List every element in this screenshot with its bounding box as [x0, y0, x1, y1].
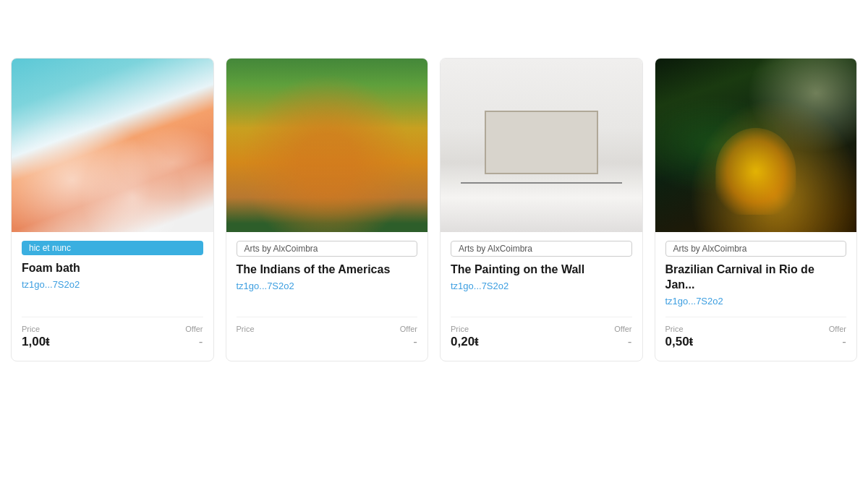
price-col-painting-wall: Price 0,20ŧ [451, 325, 479, 349]
price-label-indians: Price [237, 325, 255, 333]
badge-foam-bath[interactable]: hic et nunc [22, 241, 203, 255]
card-body-painting-wall: Arts by AlxCoimbra The Painting on the W… [441, 232, 642, 361]
card-price-row-painting-wall: Price 0,20ŧ Offer - [451, 317, 632, 349]
card-address-indians[interactable]: tz1go...7S2o2 [237, 281, 418, 291]
price-col-carnival: Price 0,50ŧ [665, 325, 694, 349]
price-col-foam-bath: Price 1,00ŧ [22, 325, 50, 349]
offer-value-indians: - [413, 335, 417, 349]
card-address-foam-bath[interactable]: tz1go...7S2o2 [22, 279, 203, 290]
offer-value-foam-bath: - [199, 335, 203, 349]
offer-label-indians: Offer [400, 325, 417, 333]
price-label-carnival: Price [665, 325, 694, 333]
card-carnival[interactable]: Arts by AlxCoimbra Brazilian Carnival in… [655, 58, 858, 361]
badge-indians[interactable]: Arts by AlxCoimbra [237, 241, 418, 257]
card-painting-wall[interactable]: Arts by AlxCoimbra The Painting on the W… [440, 58, 643, 361]
price-value-painting-wall: 0,20ŧ [451, 335, 479, 349]
offer-col-foam-bath: Offer - [185, 325, 203, 349]
price-value-foam-bath: 1,00ŧ [22, 335, 50, 349]
price-label-foam-bath: Price [22, 325, 50, 333]
card-image-foam-bath [12, 59, 213, 232]
card-body-foam-bath: hic et nunc Foam bath tz1go...7S2o2 Pric… [12, 232, 213, 361]
card-foam-bath[interactable]: hic et nunc Foam bath tz1go...7S2o2 Pric… [11, 58, 214, 361]
offer-label-carnival: Offer [829, 325, 846, 333]
price-value-carnival: 0,50ŧ [665, 335, 694, 349]
offer-col-indians: Offer - [400, 325, 417, 349]
card-address-painting-wall[interactable]: tz1go...7S2o2 [451, 281, 632, 291]
badge-painting-wall[interactable]: Arts by AlxCoimbra [451, 241, 632, 257]
cards-container: hic et nunc Foam bath tz1go...7S2o2 Pric… [11, 58, 857, 361]
offer-label-painting-wall: Offer [614, 325, 631, 333]
card-price-row-carnival: Price 0,50ŧ Offer - [665, 317, 847, 349]
offer-value-painting-wall: - [628, 335, 632, 349]
offer-col-painting-wall: Offer - [614, 325, 631, 349]
card-image-indians [226, 59, 428, 232]
offer-value-carnival: - [842, 335, 846, 349]
badge-carnival[interactable]: Arts by AlxCoimbra [665, 241, 847, 257]
card-title-carnival: Brazilian Carnival in Rio de Jan... [665, 262, 847, 293]
offer-col-carnival: Offer - [829, 325, 846, 349]
card-indians[interactable]: Arts by AlxCoimbra The Indians of the Am… [226, 58, 429, 361]
card-title-painting-wall: The Painting on the Wall [451, 262, 632, 278]
card-price-row-foam-bath: Price 1,00ŧ Offer - [22, 317, 203, 349]
card-price-row-indians: Price Offer - [237, 317, 418, 349]
card-body-carnival: Arts by AlxCoimbra Brazilian Carnival in… [655, 232, 857, 361]
card-image-carnival [655, 59, 857, 232]
price-col-indians: Price [237, 325, 255, 335]
card-title-indians: The Indians of the Americas [237, 262, 418, 278]
offer-label-foam-bath: Offer [185, 325, 203, 333]
card-title-foam-bath: Foam bath [22, 261, 203, 276]
card-address-carnival[interactable]: tz1go...7S2o2 [665, 296, 847, 307]
card-image-painting-wall [441, 59, 642, 232]
price-label-painting-wall: Price [451, 325, 479, 333]
card-body-indians: Arts by AlxCoimbra The Indians of the Am… [226, 232, 428, 361]
